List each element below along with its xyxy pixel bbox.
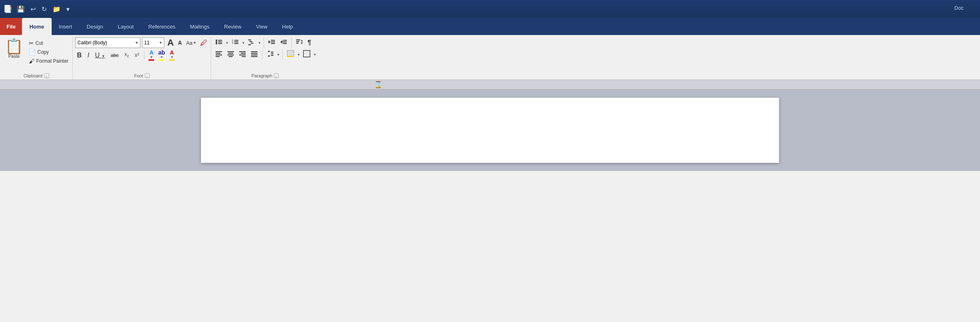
align-right-button[interactable]	[237, 49, 248, 60]
tab-file[interactable]: File	[0, 18, 22, 35]
svg-rect-34	[228, 53, 233, 54]
align-left-button[interactable]	[214, 49, 224, 60]
highlight-button[interactable]: ab ▼	[157, 49, 166, 61]
cut-button[interactable]: ✂ Cut	[27, 39, 70, 47]
clipboard-group-content: 📋 Paste ✂ Cut 📄 Copy 🖌 Format Painter	[2, 37, 70, 72]
copy-button[interactable]: 📄 Copy	[27, 48, 70, 56]
change-case-button[interactable]: Aa ▼	[185, 39, 198, 47]
strikethrough-button[interactable]: abc	[109, 52, 120, 59]
font-expander[interactable]: ⌞	[145, 73, 150, 78]
format-painter-button[interactable]: 🖌 Format Painter	[27, 57, 70, 65]
open-button[interactable]: 📁	[50, 4, 63, 14]
numbering-button[interactable]: 1.2.3.	[230, 37, 240, 48]
tab-insert[interactable]: Insert	[52, 18, 80, 35]
svg-rect-48	[271, 53, 273, 54]
tab-help[interactable]: Help	[275, 18, 300, 35]
svg-marker-28	[301, 42, 303, 44]
tab-review[interactable]: Review	[217, 18, 249, 35]
font-grow-button[interactable]: A	[166, 37, 175, 48]
font-color-arrow: ▼	[150, 55, 153, 59]
svg-rect-14	[251, 43, 253, 44]
tab-home[interactable]: Home	[22, 18, 51, 35]
svg-rect-23	[283, 43, 287, 44]
title-bar: 📑 💾 ↩ ↻ 📁 ▾ Doc	[0, 0, 980, 18]
para-sep2	[291, 37, 292, 48]
italic-button[interactable]: I	[86, 51, 91, 60]
increase-indent-button[interactable]	[278, 37, 289, 48]
decrease-indent-button[interactable]	[266, 37, 277, 48]
borders-button[interactable]	[301, 49, 312, 60]
save-button[interactable]: 💾	[15, 4, 27, 14]
svg-rect-50	[287, 50, 294, 56]
svg-rect-35	[227, 55, 234, 55]
paragraph-expander[interactable]: ⌞	[274, 73, 279, 78]
svg-rect-37	[239, 51, 246, 52]
multilevel-list-button[interactable]	[246, 37, 257, 48]
font-size-arrow: ▼	[159, 41, 162, 45]
svg-rect-12	[248, 39, 251, 40]
subscript-button[interactable]: X2	[123, 52, 131, 59]
svg-rect-7	[234, 40, 238, 41]
svg-rect-49	[271, 55, 273, 56]
svg-rect-47	[271, 52, 273, 53]
multilevel-arrow[interactable]: ▼	[258, 41, 261, 45]
svg-rect-22	[283, 42, 287, 42]
font-color-button[interactable]: A ▼	[148, 49, 155, 61]
paste-label: Paste	[8, 54, 20, 59]
tab-view[interactable]: View	[249, 18, 275, 35]
paste-button[interactable]: 📋 Paste	[2, 37, 26, 60]
font-color-label: A	[149, 50, 153, 55]
shading-arrow[interactable]: ▼	[297, 53, 300, 57]
svg-rect-38	[241, 53, 246, 54]
font-shrink-button[interactable]: A	[177, 39, 183, 46]
svg-rect-31	[216, 55, 222, 55]
bullets-arrow[interactable]: ▼	[225, 41, 229, 45]
highlight-label: ab	[158, 50, 165, 55]
svg-rect-15	[248, 44, 251, 45]
tab-layout[interactable]: Layout	[111, 18, 141, 35]
ribbon-tab-bar: File Home Insert Design Layout Reference…	[0, 18, 980, 35]
sort-button[interactable]	[294, 37, 305, 48]
document-page[interactable]	[201, 98, 779, 163]
para-sep1	[264, 37, 264, 48]
tab-mailings[interactable]: Mailings	[183, 18, 217, 35]
ruler-center-marker: ⌛	[374, 81, 382, 88]
svg-point-2	[216, 41, 217, 43]
undo-button[interactable]: ↩	[28, 4, 38, 14]
show-formatting-button[interactable]: ¶	[306, 38, 313, 47]
bold-button[interactable]: B	[75, 51, 83, 60]
ribbon-body: 📋 Paste ✂ Cut 📄 Copy 🖌 Format Painter	[0, 35, 980, 80]
superscript-button[interactable]: X2	[133, 51, 141, 59]
svg-point-4	[216, 43, 217, 44]
svg-marker-20	[280, 40, 282, 44]
borders-arrow[interactable]: ▼	[313, 53, 316, 57]
bullets-button[interactable]	[214, 37, 224, 48]
tab-design[interactable]: Design	[79, 18, 110, 35]
cut-label: Cut	[35, 40, 43, 46]
underline-button[interactable]: U ▼	[93, 51, 107, 60]
svg-rect-32	[216, 56, 220, 57]
svg-rect-9	[234, 42, 238, 42]
copy-label: Copy	[37, 49, 49, 55]
svg-rect-18	[271, 42, 275, 42]
redo-button[interactable]: ↻	[39, 4, 49, 14]
paragraph-row2: ▼ ▼ ▼	[214, 49, 316, 60]
text-color-button[interactable]: A ▼	[168, 49, 176, 61]
spell-check-icon[interactable]: 🖊	[199, 38, 208, 48]
svg-rect-30	[216, 53, 220, 54]
line-spacing-arrow[interactable]: ▼	[277, 53, 280, 57]
justify-button[interactable]	[249, 49, 260, 60]
font-size-dropdown[interactable]: 11 ▼	[142, 37, 164, 48]
numbering-arrow[interactable]: ▼	[242, 41, 245, 45]
clipboard-expander[interactable]: ⌞	[44, 73, 49, 78]
paragraph-row1: ▼ 1.2.3. ▼ ▼	[214, 37, 316, 48]
shading-button[interactable]	[285, 49, 296, 60]
svg-rect-51	[287, 56, 294, 57]
customize-qat-button[interactable]: ▾	[64, 4, 72, 14]
align-center-button[interactable]	[225, 49, 236, 60]
svg-rect-41	[251, 51, 258, 52]
svg-marker-46	[268, 55, 270, 57]
font-name-dropdown[interactable]: Calibri (Body) ▼	[75, 37, 140, 48]
tab-references[interactable]: References	[141, 18, 183, 35]
line-spacing-button[interactable]	[265, 49, 275, 60]
